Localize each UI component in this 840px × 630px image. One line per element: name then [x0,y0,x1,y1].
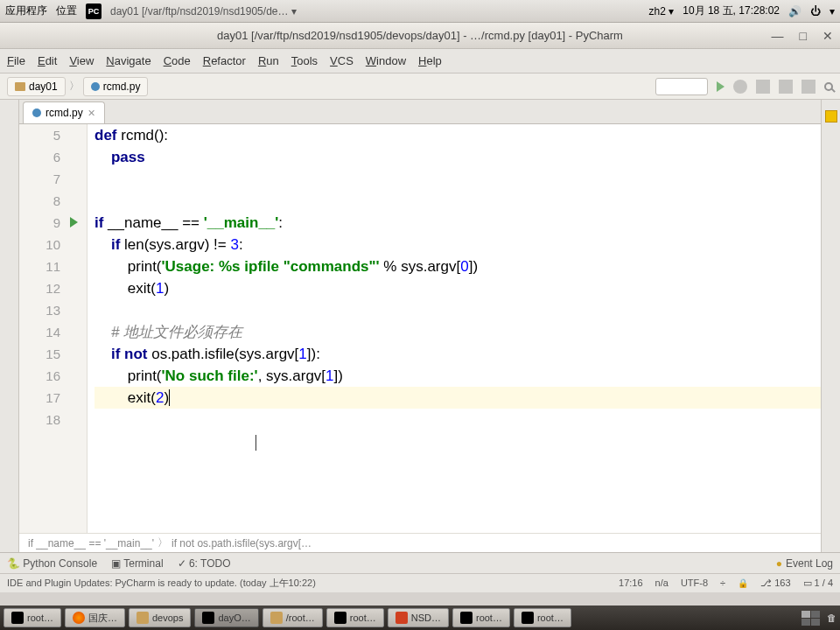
trash-icon[interactable]: 🗑 [827,612,836,623]
pycharm-icon [202,612,214,624]
python-console-tab[interactable]: 🐍 Python Console [7,557,97,570]
menu-navigate[interactable]: Navigate [106,54,150,67]
crumb-b[interactable]: if not os.path.isfile(sys.argv[… [172,537,312,550]
pycharm-window: day01 [/var/ftp/nsd2019/nsd1905/devops/d… [0,23,840,592]
menu-help[interactable]: Help [418,54,442,67]
lock-icon[interactable] [738,578,748,589]
run-icon[interactable] [717,81,724,92]
bottom-tool-panel: 🐍 Python Console ▣ Terminal ✓ 6: TODO Ev… [0,552,840,573]
chevron-right-icon: 〉 [158,536,168,550]
folder-icon [15,82,25,91]
search-icon[interactable] [824,82,833,91]
event-log-tab[interactable]: Event Log [776,557,833,570]
run-config-selector[interactable] [655,78,708,95]
ime-indicator[interactable]: zh2 ▾ [649,5,675,18]
taskbar-item[interactable]: /root… [262,608,323,627]
terminal-icon [460,612,472,624]
breadcrumb-file-label: rcmd.py [103,80,141,93]
layout-icon[interactable] [802,80,816,94]
taskbar-item[interactable]: devops [129,608,191,627]
inspection-marker[interactable] [825,110,837,122]
workspace-switcher[interactable] [802,611,820,626]
status-na: n/a [655,578,668,589]
places-menu[interactable]: 位置 [56,4,77,18]
taskbar-item[interactable]: root… [452,608,510,627]
breadcrumb-folder-label: day01 [29,80,58,93]
menu-refactor[interactable]: Refactor [203,54,246,67]
apps-menu[interactable]: 应用程序 [5,4,47,18]
folder-icon [136,612,149,624]
pdf-icon [396,612,408,624]
debug-icon[interactable] [733,80,747,94]
caret-down-icon[interactable]: ▾ [830,5,835,18]
menu-edit[interactable]: Edit [38,54,57,67]
volume-icon[interactable]: 🔊 [788,5,802,18]
power-icon[interactable]: ⏻ [810,5,821,18]
python-file-icon [32,108,41,117]
editor-content[interactable]: def rcmd(): pass if __name__ == '__main_… [88,124,821,533]
breadcrumb: day01 〉 rcmd.py [7,77,148,96]
folder-icon [270,612,283,624]
firefox-icon [73,612,85,624]
file-encoding[interactable]: UTF-8 [681,578,708,589]
code-breadcrumb[interactable]: if __name__ == '__main__' 〉 if not os.pa… [19,533,821,552]
taskbar-item[interactable]: root… [326,608,384,627]
coverage-icon[interactable] [756,80,770,94]
taskbar-item[interactable]: root… [4,608,61,627]
chevron-right-icon: 〉 [69,79,80,94]
editor-tabs: rcmd.py ✕ [19,100,821,124]
memory-indicator[interactable]: ▭ 1 / 4 [803,578,833,589]
menu-code[interactable]: Code [164,54,191,67]
editor-tab-rcmd[interactable]: rcmd.py ✕ [23,102,105,123]
crumb-a[interactable]: if __name__ == '__main__' [28,537,154,550]
code-editor[interactable]: 56 78 910 1112 1314 1516 1718 def rcmd()… [19,124,821,533]
menu-tools[interactable]: Tools [291,54,318,67]
tab-label: rcmd.py [46,107,83,119]
todo-tab[interactable]: ✓ 6: TODO [178,557,231,570]
pycharm-icon[interactable]: PC [86,4,102,19]
secondary-cursor [256,435,256,451]
status-bar: IDE and Plugin Updates: PyCharm is ready… [0,573,840,592]
terminal-icon [11,612,24,624]
editor-main-area: rcmd.py ✕ 56 78 910 1112 1314 1516 1718 [0,100,840,552]
minimize-button[interactable]: — [772,29,784,43]
breadcrumb-file[interactable]: rcmd.py [83,77,149,96]
taskbar-item-active[interactable]: dayO… [194,608,258,627]
tab-close-icon[interactable]: ✕ [88,108,95,119]
gutter-run-icon[interactable] [70,217,78,228]
taskbar-item[interactable]: root… [514,608,571,627]
clock: 10月 18 五, 17:28:02 [682,4,780,18]
os-taskbar: root… 国庆… devops dayO… /root… root… NSD…… [0,606,840,630]
maximize-button[interactable]: □ [800,29,807,43]
window-title: day01 [/var/ftp/nsd2019/nsd1905/devops/d… [217,29,623,42]
taskbar-tray: 🗑 [802,611,836,626]
terminal-icon [334,612,346,624]
taskbar-item[interactable]: 国庆… [65,608,125,627]
menu-view[interactable]: View [69,54,94,67]
menu-vcs[interactable]: VCS [330,54,354,67]
breadcrumb-folder[interactable]: day01 [7,77,66,96]
terminal-icon [522,612,534,624]
status-message: IDE and Plugin Updates: PyCharm is ready… [7,577,316,590]
right-tool-strip[interactable] [821,100,840,552]
navigation-toolbar: day01 〉 rcmd.py [0,74,840,100]
editor-column: rcmd.py ✕ 56 78 910 1112 1314 1516 1718 [19,100,821,552]
os-top-panel: 应用程序 位置 PC day01 [/var/ftp/nsd2019/nsd19… [0,0,840,23]
menu-file[interactable]: File [7,54,25,67]
os-panel-app-title[interactable]: day01 [/var/ftp/nsd2019/nsd1905/de… ▾ [110,5,297,18]
line-numbers: 56 78 910 1112 1314 1516 1718 [46,124,60,430]
git-branch[interactable]: ⎇ 163 [760,578,790,589]
window-titlebar: day01 [/var/ftp/nsd2019/nsd1905/devops/d… [0,23,840,49]
taskbar-item[interactable]: NSD… [388,608,449,627]
terminal-tab[interactable]: ▣ Terminal [111,557,163,570]
editor-gutter[interactable]: 56 78 910 1112 1314 1516 1718 [19,124,88,533]
left-tool-strip[interactable] [0,100,19,552]
stop-icon[interactable] [779,80,793,94]
main-menubar: File Edit View Navigate Code Refactor Ru… [0,49,840,74]
menu-run[interactable]: Run [258,54,279,67]
close-button[interactable]: ✕ [822,29,833,43]
menu-window[interactable]: Window [366,54,406,67]
cursor-position[interactable]: 17:16 [619,578,643,589]
python-file-icon [91,82,100,91]
